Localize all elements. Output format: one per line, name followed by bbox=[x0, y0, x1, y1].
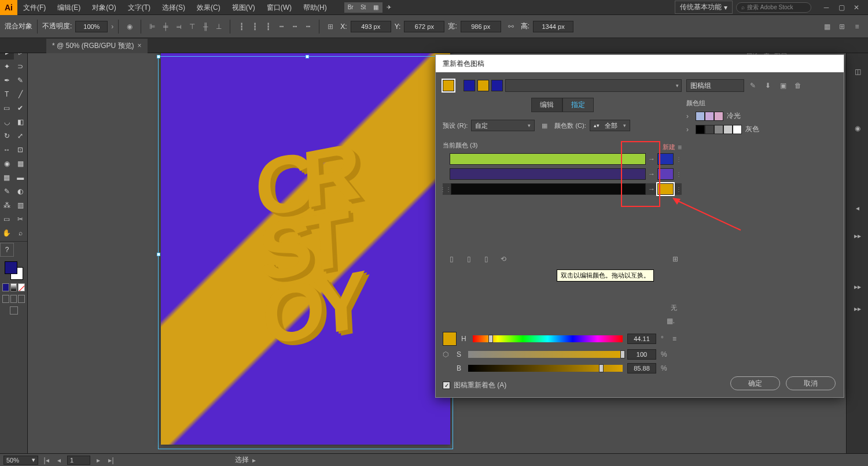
opacity-chevron-icon[interactable]: › bbox=[111, 23, 113, 31]
bridge-icon[interactable]: Br bbox=[344, 2, 357, 13]
menu-type[interactable]: 文字(T) bbox=[122, 0, 156, 15]
menu-object[interactable]: 对象(O) bbox=[86, 0, 122, 15]
lasso-tool[interactable]: ⊃ bbox=[14, 60, 28, 73]
new-group-icon[interactable]: ⬇ bbox=[762, 79, 774, 92]
find-color-icon[interactable]: ⊞ bbox=[669, 253, 682, 265]
symbol-sprayer-tool[interactable]: ⁂ bbox=[0, 198, 14, 212]
preset-dropdown[interactable]: 自定 ▾ bbox=[471, 120, 535, 131]
slider-menu-icon[interactable]: ≡ bbox=[672, 335, 682, 343]
zoom-tool[interactable]: ⌕ bbox=[14, 226, 28, 240]
w-input[interactable] bbox=[461, 21, 501, 32]
blend-tool[interactable]: ◐ bbox=[14, 184, 28, 198]
hand-tool[interactable]: ✋ bbox=[0, 226, 14, 240]
free-transform-tool[interactable]: ⊡ bbox=[14, 143, 28, 157]
panel-icon-1[interactable]: ◫ bbox=[847, 61, 868, 83]
menu-help[interactable]: 帮助(H) bbox=[297, 0, 333, 15]
menu-edit[interactable]: 编辑(E) bbox=[52, 0, 86, 15]
menu-select[interactable]: 选择(S) bbox=[156, 0, 191, 15]
align-vcenter-icon[interactable]: ╫ bbox=[199, 20, 212, 33]
status-chevron-icon[interactable]: ▸ bbox=[252, 456, 256, 464]
transform-icon[interactable]: ⊞ bbox=[324, 20, 337, 33]
recolor-icon[interactable]: ◉ bbox=[123, 20, 136, 33]
next-artboard-button[interactable]: ▸ bbox=[94, 456, 103, 465]
group-swatch-3[interactable] bbox=[491, 80, 503, 91]
dist-5-icon[interactable]: ┅ bbox=[288, 20, 301, 33]
last-artboard-button[interactable]: ▸| bbox=[106, 456, 116, 465]
panel-collapse-icon[interactable]: ◂ bbox=[847, 197, 868, 219]
x-input[interactable] bbox=[351, 21, 391, 32]
perspective-tool[interactable]: ▦ bbox=[14, 157, 28, 171]
pen-tool[interactable]: ✒ bbox=[0, 73, 14, 87]
stock-icon[interactable]: St bbox=[357, 2, 370, 13]
dist-3-icon[interactable]: ┇ bbox=[262, 20, 274, 33]
folder-icon[interactable]: ▣ bbox=[777, 79, 789, 92]
link-wh-icon[interactable]: ⚯ bbox=[505, 20, 517, 33]
arrange-icon[interactable]: ▦ bbox=[370, 2, 382, 13]
row-tool-4-icon[interactable]: ⟲ bbox=[497, 253, 510, 265]
align-top-icon[interactable]: ⊤ bbox=[186, 20, 198, 33]
row-tool-3-icon[interactable]: ▯ bbox=[480, 253, 492, 265]
preset-menu-icon[interactable]: ▦ bbox=[538, 119, 551, 132]
row-grip-icon[interactable]: ⋮ bbox=[676, 153, 682, 165]
old-color-1[interactable] bbox=[450, 153, 646, 165]
cancel-button[interactable]: 取消 bbox=[786, 376, 836, 390]
magic-wand-tool[interactable]: ✦ bbox=[0, 60, 14, 73]
dist-4-icon[interactable]: ┅ bbox=[275, 20, 288, 33]
panel-icon-4[interactable]: ▸▸ bbox=[847, 276, 868, 298]
opacity-input[interactable] bbox=[75, 21, 108, 32]
column-menu-icon[interactable]: ≡ bbox=[678, 143, 682, 151]
eyedropper-icon[interactable]: ✎ bbox=[746, 79, 759, 92]
trash-icon[interactable]: 🗑 bbox=[792, 79, 804, 92]
panel-icon-2[interactable]: ◉ bbox=[847, 117, 868, 139]
optbar-icon-1[interactable]: ▦ bbox=[821, 20, 833, 33]
row-grip-icon[interactable]: ⋮ bbox=[676, 183, 682, 195]
workspace-dropdown[interactable]: 传统基本功能 ▾ bbox=[675, 1, 733, 14]
old-color-2[interactable] bbox=[450, 168, 646, 180]
align-hcenter-icon[interactable]: ╪ bbox=[159, 20, 172, 33]
fill-swatch[interactable] bbox=[5, 261, 17, 274]
recolor-checkbox[interactable]: ✓ bbox=[443, 382, 450, 389]
paintbrush-tool[interactable]: ✔ bbox=[14, 101, 28, 115]
new-color-1[interactable] bbox=[657, 153, 674, 165]
rotate-tool[interactable]: ↻ bbox=[0, 129, 14, 143]
saturation-input[interactable] bbox=[627, 349, 656, 360]
minimize-button[interactable]: ─ bbox=[819, 3, 833, 12]
none-mode-icon[interactable] bbox=[18, 283, 25, 291]
first-artboard-button[interactable]: |◂ bbox=[42, 456, 51, 465]
color-count-dropdown[interactable]: ▴▾ 全部 ▾ bbox=[590, 120, 630, 131]
fill-stroke-swatches[interactable] bbox=[5, 261, 23, 280]
brightness-input[interactable] bbox=[627, 363, 656, 373]
draw-inside-icon[interactable] bbox=[18, 295, 25, 303]
hue-input[interactable] bbox=[627, 334, 656, 344]
color-row-1[interactable]: → ⋮ bbox=[443, 153, 682, 165]
shape-builder-tool[interactable]: ◉ bbox=[0, 157, 14, 171]
gpu-icon[interactable]: ✈ bbox=[382, 2, 395, 13]
active-color-swatch[interactable] bbox=[443, 80, 454, 91]
rectangle-tool[interactable]: ▭ bbox=[0, 101, 14, 115]
group-swatch-2[interactable] bbox=[477, 80, 489, 91]
zoom-dropdown[interactable]: 50% ▾ bbox=[3, 456, 38, 465]
scale-tool[interactable]: ⤢ bbox=[14, 129, 28, 143]
edit-tab[interactable]: 编辑 bbox=[531, 98, 562, 112]
optbar-menu-icon[interactable]: ≡ bbox=[851, 20, 863, 33]
color-group-dropdown[interactable]: ▾ bbox=[505, 79, 682, 92]
width-tool[interactable]: ↔ bbox=[0, 143, 14, 157]
graph-tool[interactable]: ▥ bbox=[14, 198, 28, 212]
line-tool[interactable]: ╱ bbox=[14, 87, 28, 101]
color-group-1[interactable]: › 冷光 bbox=[686, 111, 837, 121]
grid-mode-icon[interactable]: ▦. bbox=[664, 315, 677, 327]
restore-button[interactable]: ▢ bbox=[834, 3, 848, 12]
align-right-icon[interactable]: ⫤ bbox=[172, 20, 185, 33]
saturation-slider[interactable] bbox=[468, 351, 623, 358]
menu-file[interactable]: 文件(F) bbox=[17, 0, 52, 15]
panel-icon-3[interactable]: ▸▸ bbox=[847, 225, 868, 247]
draw-normal-icon[interactable] bbox=[2, 295, 9, 303]
panel-icon-5[interactable]: ▸▸ bbox=[847, 298, 868, 320]
row-drag-icon[interactable]: ⋮⋮ bbox=[443, 183, 448, 195]
align-bottom-icon[interactable]: ⊥ bbox=[212, 20, 225, 33]
screen-mode-icon[interactable] bbox=[10, 306, 18, 315]
hue-slider[interactable] bbox=[473, 335, 623, 342]
color-row-3[interactable]: ⋮⋮ → ⋮ bbox=[443, 183, 682, 195]
ok-button[interactable]: 确定 bbox=[730, 376, 780, 390]
close-button[interactable]: ✕ bbox=[849, 3, 863, 12]
